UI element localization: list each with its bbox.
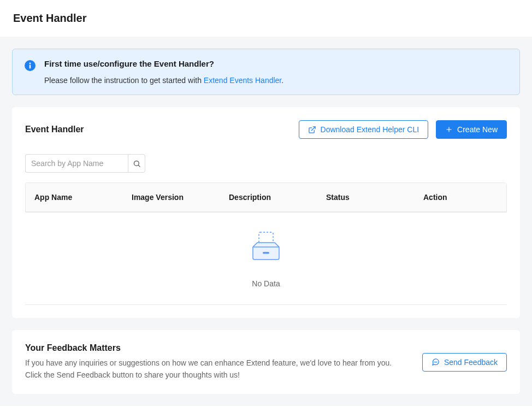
- feedback-text: If you have any inquiries or suggestions…: [25, 357, 409, 381]
- info-content: First time use/configure the Event Handl…: [44, 59, 507, 85]
- svg-rect-1: [29, 65, 31, 69]
- page-header: Event Handler: [0, 0, 532, 37]
- create-new-button[interactable]: Create New: [436, 120, 507, 139]
- search-icon: [133, 160, 141, 168]
- svg-rect-8: [263, 252, 269, 254]
- col-header-status: Status: [317, 183, 415, 211]
- col-header-image-version: Image Version: [123, 183, 220, 211]
- page-title: Event Handler: [13, 12, 519, 25]
- external-link-icon: [308, 126, 316, 134]
- empty-box-icon: [250, 232, 282, 261]
- col-header-description: Description: [220, 183, 317, 211]
- plus-icon: [445, 126, 453, 133]
- col-header-action: Action: [415, 183, 506, 211]
- svg-point-0: [29, 63, 31, 64]
- card-title: Event Handler: [25, 125, 84, 134]
- info-banner: First time use/configure the Event Handl…: [12, 49, 520, 95]
- info-banner-period: .: [281, 76, 283, 85]
- feedback-left: Your Feedback Matters If you have any in…: [25, 343, 409, 381]
- download-cli-label: Download Extend Helper CLI: [321, 125, 419, 134]
- empty-text: No Data: [25, 279, 507, 288]
- table-header-row: App Name Image Version Description Statu…: [26, 183, 506, 212]
- table: App Name Image Version Description Statu…: [25, 183, 507, 213]
- event-handler-card: Event Handler Download Extend Helper CLI: [12, 107, 520, 318]
- search-button[interactable]: [128, 154, 145, 173]
- info-icon-wrap: [25, 59, 36, 85]
- info-banner-text-part: Please follow the instruction to get sta…: [44, 76, 204, 85]
- feedback-title: Your Feedback Matters: [25, 343, 409, 353]
- col-header-app-name: App Name: [26, 183, 123, 211]
- info-banner-title: First time use/configure the Event Handl…: [44, 59, 507, 68]
- send-feedback-label: Send Feedback: [444, 358, 498, 367]
- info-icon: [25, 60, 36, 71]
- svg-line-6: [138, 165, 140, 167]
- send-feedback-button[interactable]: Send Feedback: [422, 353, 507, 372]
- extend-events-handler-link[interactable]: Extend Events Handler: [204, 76, 281, 85]
- chat-icon: [431, 358, 440, 366]
- card-header: Event Handler Download Extend Helper CLI: [25, 120, 507, 139]
- feedback-right: Send Feedback: [422, 353, 507, 372]
- search-input[interactable]: [25, 154, 128, 173]
- info-banner-text: Please follow the instruction to get sta…: [44, 76, 507, 85]
- create-new-label: Create New: [457, 125, 498, 134]
- download-cli-button[interactable]: Download Extend Helper CLI: [299, 120, 429, 139]
- empty-state: No Data: [25, 213, 507, 305]
- feedback-card: Your Feedback Matters If you have any in…: [12, 330, 520, 394]
- svg-line-2: [311, 126, 315, 130]
- search-row: [25, 154, 507, 173]
- content-area: First time use/configure the Event Handl…: [0, 37, 532, 406]
- card-actions: Download Extend Helper CLI Create New: [299, 120, 507, 139]
